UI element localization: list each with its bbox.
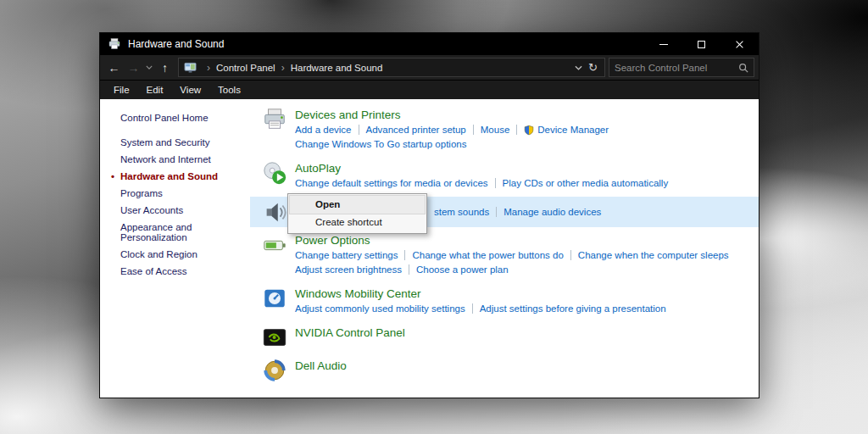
task-link-stem-sounds[interactable]: stem sounds xyxy=(434,206,489,218)
window-title: Hardware and Sound xyxy=(128,38,224,50)
task-link-label: Choose a power plan xyxy=(416,264,509,275)
menu-file[interactable]: File xyxy=(105,85,138,95)
sidebar-item-hardware-and-sound[interactable]: •Hardware and Sound xyxy=(120,171,245,181)
link-separator xyxy=(570,250,571,260)
task-link-change-battery-settings[interactable]: Change battery settings xyxy=(295,249,398,261)
task-link-label: Adjust settings before giving a presenta… xyxy=(480,303,666,314)
autoplay-icon xyxy=(260,160,289,186)
uac-shield-icon xyxy=(524,125,534,136)
back-button[interactable]: ← xyxy=(104,58,124,78)
task-section-nvidia-control-panel: NVIDIA Control Panel xyxy=(250,322,759,353)
task-link-choose-a-power-plan[interactable]: Choose a power plan xyxy=(416,264,509,275)
sidebar-item-label: Network and Internet xyxy=(120,154,211,164)
search-icon[interactable] xyxy=(738,63,748,73)
close-button[interactable] xyxy=(721,33,759,55)
task-link-device-manager[interactable]: Device Manager xyxy=(524,124,609,136)
menu-tools[interactable]: Tools xyxy=(209,85,249,95)
task-link-label: Device Manager xyxy=(537,124,609,136)
refresh-icon[interactable]: ↻ xyxy=(588,61,598,74)
task-link-adjust-commonly-used-mobility-settings[interactable]: Adjust commonly used mobility settings xyxy=(295,303,465,314)
menu-bar: FileEditViewTools xyxy=(100,81,759,99)
minimize-button[interactable] xyxy=(644,33,682,55)
context-menu-item-open[interactable]: Open xyxy=(290,196,425,214)
section-title[interactable]: AutoPlay xyxy=(295,162,668,175)
task-link-row: Change default settings for media or dev… xyxy=(295,177,668,189)
task-link-label: Change default settings for media or dev… xyxy=(295,177,488,189)
task-link-change-default-settings-for-media-or-devices[interactable]: Change default settings for media or dev… xyxy=(295,177,488,189)
sidebar-item-control-panel-home[interactable]: Control Panel Home xyxy=(120,113,245,123)
task-link-label: Add a device xyxy=(295,124,352,136)
sidebar-item-label: Ease of Access xyxy=(120,266,187,276)
task-link-mouse[interactable]: Mouse xyxy=(481,124,510,136)
sidebar-item-network-and-internet[interactable]: Network and Internet xyxy=(120,154,245,164)
task-link-play-cds-or-other-media-automatically[interactable]: Play CDs or other media automatically xyxy=(503,177,669,189)
section-title[interactable]: NVIDIA Control Panel xyxy=(295,326,405,339)
task-link-label: Change battery settings xyxy=(295,249,398,261)
power-options-icon xyxy=(260,232,289,258)
title-bar[interactable]: Hardware and Sound xyxy=(100,33,759,55)
link-separator xyxy=(404,250,405,260)
up-button[interactable]: ↑ xyxy=(155,58,175,78)
task-link-row: Adjust screen brightnessChoose a power p… xyxy=(295,264,729,275)
recent-pages-chevron-icon[interactable] xyxy=(143,58,155,78)
sidebar-item-appearance-and-personalization[interactable]: Appearance and Personalization xyxy=(120,222,245,242)
minimize-icon xyxy=(659,44,668,45)
breadcrumb-hardware-and-sound[interactable]: Hardware and Sound xyxy=(291,63,383,73)
sidebar-item-clock-and-region[interactable]: Clock and Region xyxy=(120,249,245,259)
task-link-row: Change Windows To Go startup options xyxy=(295,138,609,150)
section-title[interactable]: Power Options xyxy=(295,234,729,247)
section-title[interactable]: Dell Audio xyxy=(295,359,347,372)
navigation-bar: ← → ↑ › Control Panel › Hardware and Sou… xyxy=(100,55,759,81)
task-link-change-when-the-computer-sleeps[interactable]: Change when the computer sleeps xyxy=(578,249,729,261)
sidebar-item-label: Appearance and Personalization xyxy=(120,222,192,242)
sidebar-item-system-and-security[interactable]: System and Security xyxy=(120,137,245,147)
control-panel-window: Hardware and Sound ← → ↑ › Control Panel… xyxy=(99,32,760,398)
windows-mobility-center-icon xyxy=(260,286,289,311)
dell-audio-icon xyxy=(260,358,289,383)
section-title[interactable]: Devices and Printers xyxy=(295,108,609,121)
task-link-adjust-settings-before-giving-a-presentation[interactable]: Adjust settings before giving a presenta… xyxy=(480,303,666,314)
task-section-dell-audio: Dell Audio xyxy=(250,355,759,386)
sidebar-item-label: Hardware and Sound xyxy=(120,171,218,181)
task-link-label: Change Windows To Go startup options xyxy=(295,138,466,150)
active-bullet-icon: • xyxy=(111,171,114,181)
task-link-label: Manage audio devices xyxy=(504,206,601,218)
task-link-manage-audio-devices[interactable]: Manage audio devices xyxy=(504,206,601,218)
sidebar-item-programs[interactable]: Programs xyxy=(120,188,245,198)
task-link-row: stem soundsManage audio devices xyxy=(434,206,601,218)
breadcrumb-control-panel[interactable]: Control Panel xyxy=(216,63,275,73)
link-separator xyxy=(496,207,497,217)
menu-view[interactable]: View xyxy=(171,85,209,95)
section-title[interactable]: Windows Mobility Center xyxy=(295,287,666,300)
address-bar[interactable]: › Control Panel › Hardware and Sound ↻ xyxy=(178,58,605,77)
window-content: Control Panel HomeSystem and SecurityNet… xyxy=(100,99,759,398)
link-separator xyxy=(516,125,517,135)
task-link-label: Adjust commonly used mobility settings xyxy=(295,303,465,314)
forward-button[interactable]: → xyxy=(124,58,143,78)
task-link-adjust-screen-brightness[interactable]: Adjust screen brightness xyxy=(295,264,402,275)
task-link-row: Add a deviceAdvanced printer setupMouseD… xyxy=(295,124,609,136)
context-menu-item-create-shortcut[interactable]: Create shortcut xyxy=(290,214,425,231)
maximize-button[interactable] xyxy=(682,33,721,55)
link-separator xyxy=(409,264,409,275)
sidebar-item-user-accounts[interactable]: User Accounts xyxy=(120,205,245,215)
section-body: Power OptionsChange battery settingsChan… xyxy=(295,232,729,278)
task-link-label: Play CDs or other media automatically xyxy=(503,177,669,189)
sidebar-item-ease-of-access[interactable]: Ease of Access xyxy=(120,266,245,276)
task-link-label: Change what the power buttons do xyxy=(412,249,563,261)
menu-edit[interactable]: Edit xyxy=(138,85,172,95)
link-separator xyxy=(495,178,496,188)
maximize-icon xyxy=(698,41,705,48)
task-link-label: Adjust screen brightness xyxy=(295,264,402,275)
breadcrumb-separator: › xyxy=(281,62,285,74)
search-input[interactable] xyxy=(615,63,735,73)
window-app-icon xyxy=(108,37,121,51)
task-link-advanced-printer-setup[interactable]: Advanced printer setup xyxy=(366,124,466,136)
search-box[interactable] xyxy=(609,58,754,77)
close-icon xyxy=(735,40,744,49)
task-section-autoplay: AutoPlayChange default settings for medi… xyxy=(250,158,759,194)
address-dropdown-chevron-icon[interactable] xyxy=(575,65,582,70)
task-link-add-a-device[interactable]: Add a device xyxy=(295,124,352,136)
task-link-change-what-the-power-buttons-do[interactable]: Change what the power buttons do xyxy=(412,249,563,261)
task-link-change-windows-to-go-startup-options[interactable]: Change Windows To Go startup options xyxy=(295,138,466,150)
